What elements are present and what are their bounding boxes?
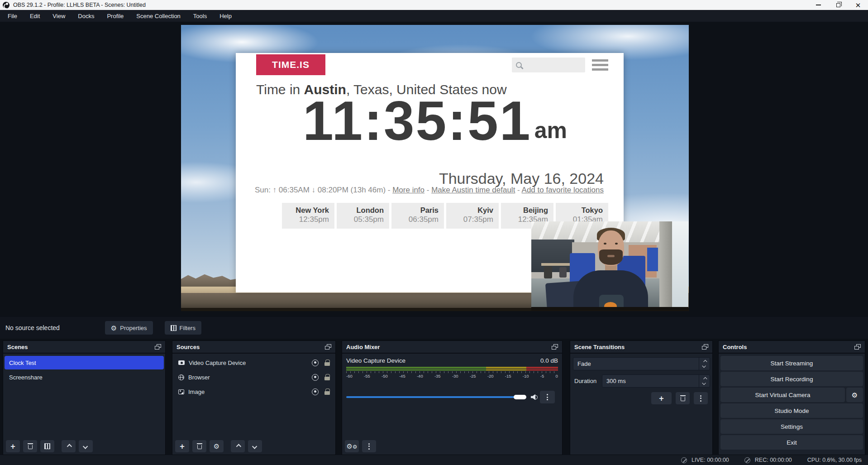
gear-icon: ⚙ — [214, 443, 219, 450]
menu-docks[interactable]: Docks — [72, 11, 100, 21]
duration-spinner[interactable] — [699, 375, 710, 387]
menu-file[interactable]: File — [2, 11, 23, 21]
visibility-icon[interactable] — [312, 388, 319, 395]
window-controls: ✕ — [808, 0, 868, 10]
popout-icon[interactable] — [702, 344, 708, 350]
visibility-icon[interactable] — [312, 360, 319, 366]
menu-view[interactable]: View — [47, 11, 71, 21]
cpu-fps-stats: CPU: 0.6%, 30.00 fps — [807, 457, 862, 463]
hamburger-menu-icon — [592, 59, 608, 71]
volume-meter: -60-55-50-45-40-35-30-25-20-15-10-50 — [346, 367, 558, 379]
popout-icon[interactable] — [552, 344, 558, 350]
advanced-audio-button[interactable]: ⚙⚙ — [345, 440, 359, 452]
studio-mode-button[interactable]: Studio Mode — [720, 403, 863, 418]
scene-move-up-button[interactable] — [62, 440, 76, 452]
scenes-title: Scenes — [7, 344, 28, 350]
speaker-icon[interactable] — [531, 394, 538, 400]
scenes-list: Clock Test Screenshare — [3, 354, 165, 384]
virtual-camera-settings-button[interactable]: ⚙ — [846, 388, 863, 402]
remove-source-button[interactable] — [192, 440, 206, 452]
window-title: OBS 29.1.2 - Profile: LLHLS BETA - Scene… — [13, 2, 146, 8]
scenes-header: Scenes — [3, 341, 165, 354]
kebab-icon — [700, 395, 701, 402]
menu-scene-collection[interactable]: Scene Collection — [130, 11, 186, 21]
menu-profile[interactable]: Profile — [101, 11, 129, 21]
city-box-new-york: New York12:35pm — [282, 203, 334, 229]
source-move-up-button[interactable] — [231, 440, 245, 452]
popout-icon[interactable] — [325, 344, 331, 350]
scene-item-screenshare[interactable]: Screenshare — [5, 370, 164, 384]
transitions-toolbar: + — [651, 392, 708, 404]
timeis-logo: TIME.IS — [256, 54, 325, 75]
lock-icon[interactable] — [324, 374, 330, 380]
source-item-image[interactable]: Image — [174, 385, 334, 398]
scene-preview[interactable]: TIME.IS Time in Austin, Texas, United St… — [181, 25, 689, 311]
menu-tools[interactable]: Tools — [187, 11, 213, 21]
close-button[interactable]: ✕ — [848, 0, 868, 10]
transition-select[interactable]: Fade — [573, 357, 710, 370]
settings-button[interactable]: Settings — [720, 419, 863, 434]
menu-edit[interactable]: Edit — [24, 11, 46, 21]
mixer-menu-button[interactable] — [362, 440, 376, 452]
timeis-search-box — [512, 58, 585, 72]
remove-scene-button[interactable] — [23, 440, 37, 452]
webcam-pillar — [659, 221, 673, 311]
webcam-overlay[interactable] — [531, 221, 688, 311]
add-source-button[interactable]: + — [175, 440, 189, 452]
properties-button[interactable]: ⚙ Properties — [105, 321, 153, 335]
exit-button[interactable]: Exit — [720, 435, 863, 450]
source-move-down-button[interactable] — [248, 440, 262, 452]
start-streaming-button[interactable]: Start Streaming — [720, 356, 863, 370]
transitions-header: Scene Transitions — [570, 341, 712, 354]
transition-select-spinner[interactable] — [699, 358, 710, 370]
trash-icon — [28, 443, 33, 449]
transition-menu-button[interactable] — [694, 392, 708, 404]
volume-slider-row — [346, 391, 559, 403]
start-virtual-camera-button[interactable]: Start Virtual Camera — [720, 388, 845, 402]
controls-title: Controls — [723, 344, 747, 350]
menu-help[interactable]: Help — [214, 11, 238, 21]
meter-bar — [346, 367, 558, 369]
lock-icon[interactable] — [324, 388, 330, 395]
obs-logo-icon — [3, 2, 10, 9]
duration-spinbox[interactable]: 300 ms — [602, 374, 710, 388]
properties-label: Properties — [120, 325, 147, 331]
source-toolbar: No source selected ⚙ Properties Filters — [0, 317, 868, 339]
sources-toolbar: + ⚙ — [175, 440, 262, 452]
chevron-up-icon — [236, 444, 241, 449]
audio-mixer-header: Audio Mixer — [342, 341, 562, 354]
duration-label: Duration — [574, 378, 596, 384]
volume-slider-handle[interactable] — [514, 395, 526, 399]
status-bar: LIVE: 00:00:00 REC: 00:00:00 CPU: 0.6%, … — [0, 455, 868, 465]
volume-slider[interactable] — [346, 396, 526, 398]
webcam-chair — [559, 267, 567, 278]
start-recording-button[interactable]: Start Recording — [720, 372, 863, 386]
mixer-level-db: 0.0 dB — [540, 357, 558, 364]
popout-icon[interactable] — [155, 344, 161, 350]
mixer-channel-menu-button[interactable] — [540, 391, 555, 403]
timeis-date: Thursday, May 16, 2024 — [439, 170, 604, 187]
restore-button[interactable] — [828, 0, 848, 10]
visibility-icon[interactable] — [312, 374, 319, 381]
title-bar: OBS 29.1.2 - Profile: LLHLS BETA - Scene… — [0, 0, 868, 10]
source-item-video-capture[interactable]: Video Capture Device — [174, 356, 334, 369]
live-timer: LIVE: 00:00:00 — [692, 457, 729, 463]
popout-icon[interactable] — [854, 344, 861, 350]
add-scene-button[interactable]: + — [6, 440, 20, 452]
source-properties-button[interactable]: ⚙ — [210, 440, 224, 452]
meter-scale: -60-55-50-45-40-35-30-25-20-15-10-50 — [346, 374, 558, 379]
scene-item-clock-test[interactable]: Clock Test — [5, 356, 164, 369]
source-item-browser[interactable]: Browser — [174, 370, 334, 384]
remove-transition-button[interactable] — [676, 392, 690, 404]
rec-timer: REC: 00:00:00 — [755, 457, 792, 463]
sources-header: Sources — [172, 341, 335, 354]
image-icon — [178, 389, 184, 394]
scene-filters-button[interactable] — [40, 440, 54, 452]
lock-icon[interactable] — [324, 360, 330, 366]
minimize-button[interactable] — [808, 0, 828, 10]
plus-icon: + — [659, 394, 664, 403]
filters-button[interactable]: Filters — [165, 321, 201, 335]
add-transition-button[interactable]: + — [651, 392, 672, 404]
scene-move-down-button[interactable] — [79, 440, 93, 452]
city-box-london: London05:35pm — [337, 203, 389, 229]
